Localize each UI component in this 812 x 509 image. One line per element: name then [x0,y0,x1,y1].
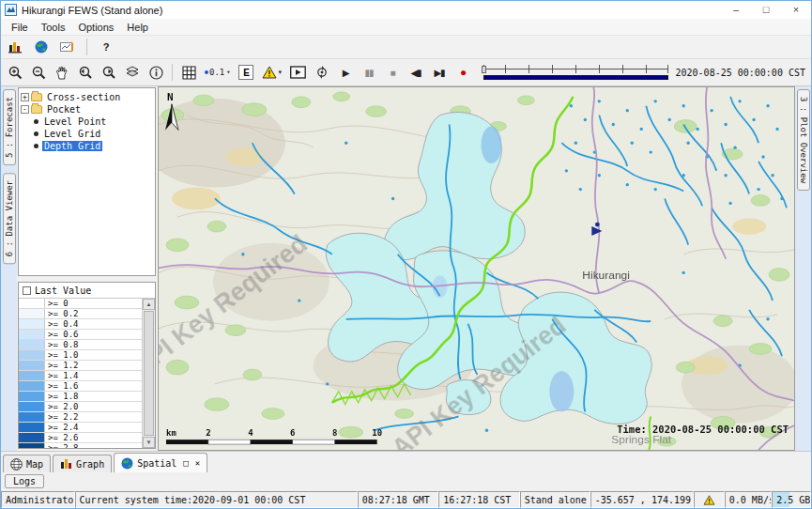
scroll-down-icon[interactable]: ▼ [143,437,155,448]
legend-row[interactable]: >= 1.8 [19,392,142,402]
legend-label: >= 2.2 [45,412,79,422]
contour-interval-dropdown[interactable]: 0.1 ▾ [202,62,233,83]
legend-row[interactable]: >= 0 [19,299,142,309]
menu-help[interactable]: Help [120,20,155,35]
menu-options[interactable]: Options [71,20,120,35]
globe-icon [35,40,48,54]
chevron-down-icon: ▾ [278,69,282,76]
legend-row[interactable]: >= 2.0 [19,402,142,412]
legend-swatch [19,299,45,308]
legend-swatch [19,330,45,339]
tab-float-button[interactable]: □ [183,458,188,468]
zoom-in-button[interactable] [5,62,25,83]
zoom-next-button[interactable] [99,62,119,83]
legend-row[interactable]: >= 2.6 [19,433,142,443]
tab-spatial[interactable]: Spatial □ ✕ [114,453,207,472]
legend-row[interactable]: >= 0.2 [19,309,142,319]
stop-icon: ■ [390,68,394,78]
tree-node-cross-section[interactable]: + Cross-section [21,91,153,102]
status-warning-cell[interactable] [694,491,725,508]
svg-text:10: 10 [372,428,382,438]
legend-row[interactable]: >= 1.2 [19,361,142,371]
legend-toggle-button[interactable]: E [236,62,256,83]
tab-graph[interactable]: Graph [53,455,112,472]
last-value-option[interactable]: Last Value [19,283,155,299]
time-tick [529,65,529,73]
tab-map[interactable]: Map [3,455,51,472]
pause-button[interactable]: ▮▮ [359,62,379,83]
time-range-bar [483,75,668,80]
loop-playback-button[interactable] [312,62,332,83]
legend-row[interactable]: >= 0.8 [19,340,142,350]
menu-tools[interactable]: Tools [35,20,72,35]
time-slider[interactable] [482,62,670,83]
legend-row[interactable]: >= 2.8 [19,443,142,448]
legend-row[interactable]: >= 0.4 [19,319,142,330]
thresholds-dropdown[interactable]: ▾ [259,62,284,83]
play-icon: ▶ [343,68,349,78]
collapse-icon[interactable]: - [21,105,29,114]
menu-file[interactable]: File [5,20,35,35]
legend-row[interactable]: >= 0.6 [19,330,142,340]
layers-button[interactable] [122,62,143,83]
close-button[interactable]: × [781,1,811,19]
timeseries-dialog-button[interactable] [57,37,78,57]
scroll-up-icon[interactable]: ▲ [143,299,155,310]
skip-to-end-button[interactable]: ▶▮ [429,62,450,83]
tab-close-button[interactable]: ✕ [195,458,200,468]
tree-node-level-grid[interactable]: Level Grid [21,128,153,139]
legend-swatch [19,350,45,360]
legend-row[interactable]: >= 1.4 [19,371,142,381]
tree-node-level-point[interactable]: Level Point [21,116,153,127]
bar-chart-icon [60,458,72,470]
last-value-checkbox[interactable] [23,286,31,295]
tree-node-label: Pocket [45,104,83,115]
tab-data-viewer[interactable]: 6 : Data Viewer [3,173,16,264]
database-display-button[interactable] [5,37,25,57]
record-button[interactable]: ● [452,62,473,83]
zoom-out-button[interactable] [28,62,49,83]
map-time-label: Time: 2020-08-25 00:00:00 CST [617,424,789,435]
legend-row[interactable]: >= 2.2 [19,412,142,423]
status-memory: 2.5 GB [772,491,811,508]
folder-icon [31,93,42,101]
minimize-button[interactable]: – [721,1,751,19]
skip-start-icon: ◀▮ [410,68,421,78]
toolbar-separator [172,64,173,81]
spatial-display-button[interactable] [31,37,52,57]
legend-swatch [19,319,45,329]
tab-forecast[interactable]: 5 : Forecast [3,89,16,165]
legend-scrollbar[interactable]: ▲ ▼ [143,299,155,448]
tree-node-depth-grid[interactable]: Depth Grid [21,140,153,151]
grid-display-button[interactable] [178,62,199,83]
legend-row[interactable]: >= 2.4 [19,423,142,433]
legend-label: >= 1.2 [45,361,79,370]
map-view[interactable]: API Key Required API Key Required N Hiku… [158,86,795,451]
tree-node-label: Level Grid [42,129,102,139]
label-hikurangi: Hikurangi [582,269,630,282]
legend-label: >= 2.0 [45,402,79,411]
expand-icon[interactable]: + [21,93,29,101]
tab-plot-overview[interactable]: 3 : Plot Overview [797,89,810,191]
help-button[interactable]: ? [96,37,116,57]
scroll-thumb[interactable] [144,311,154,436]
legend-row[interactable]: >= 1.6 [19,381,142,392]
logs-button[interactable]: Logs [5,474,44,488]
tree-node-pocket[interactable]: - Pocket [21,103,153,115]
pan-button[interactable] [52,62,72,83]
movie-player-icon [290,66,306,79]
legend-toggle-icon: E [238,65,253,80]
zoom-previous-button[interactable] [75,62,96,83]
maximize-button[interactable]: □ [751,1,781,19]
info-button[interactable] [146,62,166,83]
movie-export-button[interactable] [287,62,309,83]
skip-to-start-button[interactable]: ◀▮ [406,62,426,83]
zoom-out-icon [32,66,46,80]
info-icon [149,66,163,80]
svg-text:N: N [167,91,174,103]
time-slider-thumb[interactable] [482,66,486,73]
skip-end-icon: ▶▮ [434,68,444,78]
play-button[interactable]: ▶ [335,62,356,83]
legend-row[interactable]: >= 1.0 [19,350,142,361]
stop-button[interactable]: ■ [382,62,403,83]
